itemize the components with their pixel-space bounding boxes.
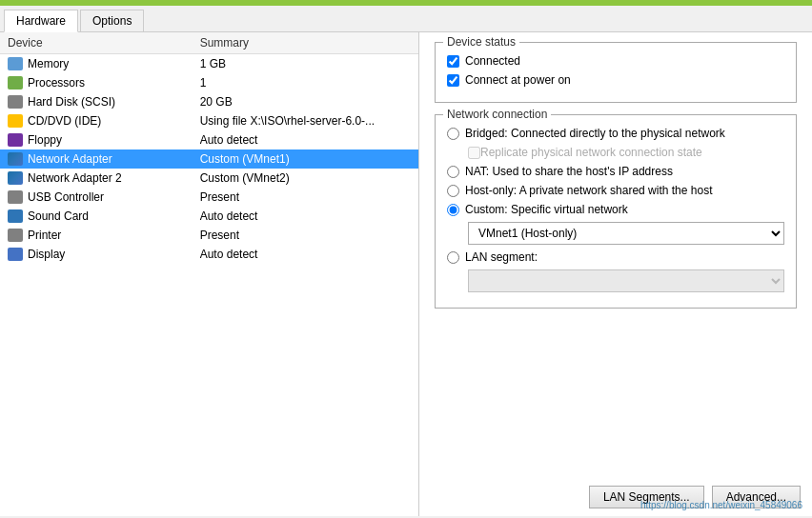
col-device: Device (0, 32, 193, 54)
device-name-text: USB Controller (28, 190, 104, 204)
printer-icon (8, 229, 23, 242)
device-summary-cell: Custom (VMnet1) (193, 149, 418, 169)
radio-bridged-row: Bridged: Connected directly to the physi… (447, 127, 784, 140)
radio-custom[interactable] (447, 204, 459, 216)
device-summary-cell: Custom (VMnet2) (193, 169, 418, 188)
radio-hostonly[interactable] (447, 185, 459, 197)
connect-power-label: Connect at power on (465, 73, 571, 87)
device-name-text: Network Adapter (28, 152, 112, 166)
radio-hostonly-row: Host-only: A private network shared with… (447, 184, 784, 197)
device-status-group: Device status Connected Connect at power… (435, 42, 797, 103)
network-icon (8, 171, 23, 185)
radio-lan-label: LAN segment: (465, 250, 538, 264)
memory-icon (8, 57, 23, 70)
radio-replicate-row: Replicate physical network connection st… (468, 146, 784, 159)
network-icon (8, 152, 23, 166)
replicate-indent: Replicate physical network connection st… (447, 146, 784, 159)
usb-icon (8, 190, 23, 204)
device-summary-cell: 1 GB (193, 54, 418, 74)
replicate-label: Replicate physical network connection st… (480, 146, 702, 159)
radio-custom-row: Custom: Specific virtual network (447, 203, 784, 216)
table-row[interactable]: USB ControllerPresent (0, 188, 418, 207)
table-row[interactable]: Network Adapter 2Custom (VMnet2) (0, 169, 418, 188)
device-name-cell: CD/DVD (IDE) (0, 111, 193, 130)
table-row[interactable]: Memory1 GB (0, 54, 418, 74)
connected-label: Connected (465, 54, 520, 68)
table-row[interactable]: Sound CardAuto detect (0, 207, 418, 226)
device-summary-cell: 1 (193, 73, 418, 92)
device-summary-cell: Auto detect (193, 130, 418, 149)
device-name-text: Hard Disk (SCSI) (28, 95, 115, 109)
connect-power-checkbox[interactable] (447, 74, 459, 87)
radio-bridged-label: Bridged: Connected directly to the physi… (465, 127, 725, 140)
device-name-text: Floppy (28, 133, 62, 147)
radio-lan-row: LAN segment: (447, 250, 784, 264)
device-name-cell: Memory (0, 54, 193, 74)
device-summary-cell: Present (193, 226, 418, 245)
device-name-text: CD/DVD (IDE) (28, 114, 101, 128)
connected-row: Connected (447, 54, 784, 68)
custom-network-select-row: VMnet1 (Host-only) VMnet2 VMnet3 VMnet4 (447, 222, 784, 245)
connect-power-row: Connect at power on (447, 73, 784, 87)
radio-bridged[interactable] (447, 128, 459, 140)
left-panel: Device Summary Memory1 GBProcessors1Hard… (0, 32, 419, 516)
device-name-cell: USB Controller (0, 188, 193, 207)
radio-nat[interactable] (447, 166, 459, 178)
table-row[interactable]: FloppyAuto detect (0, 130, 418, 149)
device-name-cell: Hard Disk (SCSI) (0, 92, 193, 111)
table-row[interactable]: Network AdapterCustom (VMnet1) (0, 149, 418, 169)
sound-icon (8, 209, 23, 223)
device-name-cell: Printer (0, 226, 193, 245)
cd-icon (8, 114, 23, 128)
radio-nat-label: NAT: Used to share the host's IP address (465, 165, 673, 178)
device-name-text: Display (28, 248, 65, 261)
custom-network-select[interactable]: VMnet1 (Host-only) VMnet2 VMnet3 VMnet4 (468, 222, 784, 245)
table-row[interactable]: Hard Disk (SCSI)20 GB (0, 92, 418, 111)
device-summary-cell: 20 GB (193, 92, 418, 111)
cpu-icon (8, 76, 23, 90)
connected-checkbox[interactable] (447, 55, 459, 68)
device-summary-cell: Auto detect (193, 245, 418, 264)
device-name-cell: Network Adapter 2 (0, 169, 193, 188)
right-panel: Device status Connected Connect at power… (419, 32, 812, 516)
device-name-text: Processors (28, 76, 85, 90)
device-name-text: Memory (28, 57, 69, 70)
device-status-legend: Device status (443, 35, 519, 49)
tab-hardware[interactable]: Hardware (4, 10, 78, 32)
radio-nat-row: NAT: Used to share the host's IP address (447, 165, 784, 178)
device-name-text: Printer (28, 229, 61, 242)
hdd-icon (8, 95, 23, 109)
device-name-text: Sound Card (28, 209, 89, 223)
device-name-cell: Sound Card (0, 207, 193, 226)
device-table: Device Summary Memory1 GBProcessors1Hard… (0, 32, 418, 264)
table-row[interactable]: CD/DVD (IDE)Using file X:\ISO\rhel-serve… (0, 111, 418, 130)
watermark: https://blog.csdn.net/weixin_45849066 (640, 500, 802, 510)
device-summary-cell: Using file X:\ISO\rhel-server-6.0-... (193, 111, 418, 130)
tab-options[interactable]: Options (80, 10, 144, 31)
device-name-cell: Floppy (0, 130, 193, 149)
device-summary-cell: Present (193, 188, 418, 207)
table-row[interactable]: PrinterPresent (0, 226, 418, 245)
col-summary: Summary (193, 32, 418, 54)
floppy-icon (8, 133, 23, 147)
display-icon (8, 248, 23, 261)
main-content: Device Summary Memory1 GBProcessors1Hard… (0, 32, 812, 516)
replicate-checkbox[interactable] (468, 147, 480, 159)
device-name-text: Network Adapter 2 (28, 171, 122, 185)
radio-custom-label: Custom: Specific virtual network (465, 203, 628, 216)
tab-bar: Hardware Options (0, 6, 812, 32)
network-connection-group: Network connection Bridged: Connected di… (435, 114, 797, 309)
device-name-cell: Display (0, 245, 193, 264)
table-row[interactable]: Processors1 (0, 73, 418, 92)
lan-segment-select-row (447, 269, 784, 292)
table-row[interactable]: DisplayAuto detect (0, 245, 418, 264)
device-summary-cell: Auto detect (193, 207, 418, 226)
radio-lan[interactable] (447, 251, 459, 264)
device-name-cell: Processors (0, 73, 193, 92)
device-name-cell: Network Adapter (0, 149, 193, 169)
lan-segment-select[interactable] (468, 269, 784, 292)
radio-hostonly-label: Host-only: A private network shared with… (465, 184, 712, 197)
network-connection-legend: Network connection (443, 108, 551, 121)
